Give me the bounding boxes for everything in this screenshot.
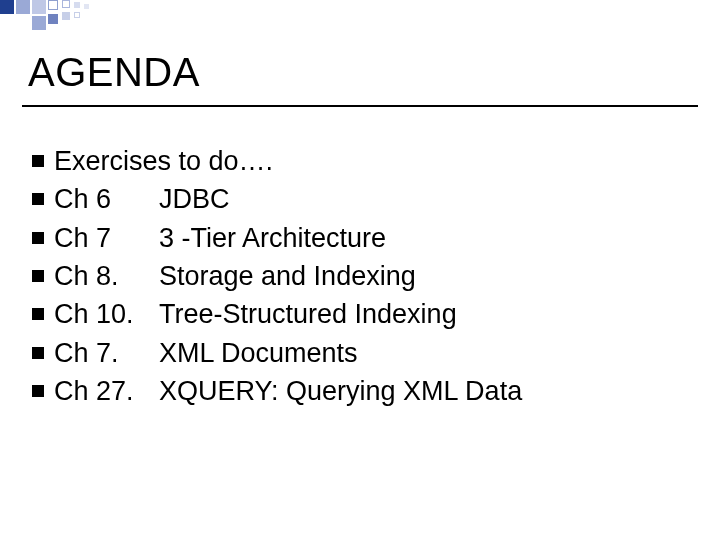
- chapter-label: Ch 7: [54, 219, 159, 257]
- topic-label: Storage and Indexing: [159, 257, 416, 295]
- square-bullet-icon: [32, 308, 44, 320]
- chapter-label: Ch 27.: [54, 372, 159, 410]
- square-bullet-icon: [32, 155, 44, 167]
- list-item: Ch 7 3 -Tier Architecture: [32, 219, 522, 257]
- list-item: Ch 10. Tree-Structured Indexing: [32, 295, 522, 333]
- square-bullet-icon: [32, 385, 44, 397]
- square-bullet-icon: [32, 347, 44, 359]
- chapter-label: Ch 10.: [54, 295, 159, 333]
- chapter-label: Ch 7.: [54, 334, 159, 372]
- list-item: Ch 7. XML Documents: [32, 334, 522, 372]
- corner-decoration: [0, 0, 120, 30]
- chapter-label: Ch 6: [54, 180, 159, 218]
- list-item: Ch 6 JDBC: [32, 180, 522, 218]
- chapter-label: Ch 8.: [54, 257, 159, 295]
- topic-label: XML Documents: [159, 334, 358, 372]
- list-item: Exercises to do….: [32, 142, 522, 180]
- topic-label: Tree-Structured Indexing: [159, 295, 457, 333]
- list-item-text: Exercises to do….: [54, 142, 273, 180]
- square-bullet-icon: [32, 193, 44, 205]
- topic-label: 3 -Tier Architecture: [159, 219, 386, 257]
- bullet-list: Exercises to do…. Ch 6 JDBC Ch 7 3 -Tier…: [32, 142, 522, 410]
- list-item: Ch 27. XQUERY: Querying XML Data: [32, 372, 522, 410]
- list-item: Ch 8. Storage and Indexing: [32, 257, 522, 295]
- square-bullet-icon: [32, 232, 44, 244]
- topic-label: JDBC: [159, 180, 230, 218]
- square-bullet-icon: [32, 270, 44, 282]
- topic-label: XQUERY: Querying XML Data: [159, 372, 522, 410]
- title-underline: [22, 105, 698, 107]
- slide-title: AGENDA: [28, 50, 200, 95]
